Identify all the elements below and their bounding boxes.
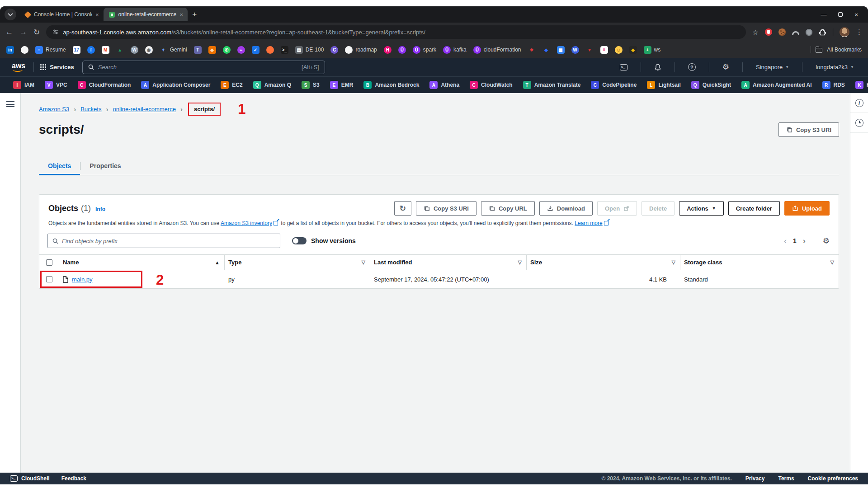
browser-tab-bucket[interactable]: online-retail-ecommerce ×: [104, 8, 188, 21]
favorite-service-item[interactable]: T Amazon Translate: [523, 81, 581, 89]
bookmark-item[interactable]: W: [571, 46, 579, 54]
adblock-extension-icon[interactable]: [765, 28, 772, 36]
row-checkbox[interactable]: [46, 276, 52, 282]
bookmark-item[interactable]: C: [330, 46, 338, 54]
copy-s3-uri-button[interactable]: Copy S3 URI: [416, 201, 476, 216]
cookie-extension-icon[interactable]: [778, 28, 786, 36]
favorite-service-item[interactable]: B Amazon Bedrock: [363, 81, 419, 89]
bookmark-item[interactable]: Û spark: [413, 46, 436, 54]
favorite-service-item[interactable]: A Amazon Augmented AI: [741, 81, 811, 89]
breadcrumb-link[interactable]: Amazon S3: [39, 106, 69, 113]
favorite-service-item[interactable]: A Application Composer: [141, 81, 210, 89]
find-objects-searchbox[interactable]: [47, 234, 280, 248]
bookmark-item[interactable]: ✦ Gemini: [160, 46, 187, 54]
bookmark-item[interactable]: in: [6, 46, 14, 54]
download-button[interactable]: Download: [539, 201, 593, 216]
feedback-link[interactable]: Feedback: [61, 475, 86, 482]
filter-icon[interactable]: ▽: [672, 259, 675, 265]
bookmark-item[interactable]: ⌗: [600, 46, 608, 54]
tab-search-button[interactable]: [5, 9, 16, 20]
column-header-type[interactable]: Type▽: [225, 255, 370, 270]
cloudshell-button[interactable]: >_: [613, 64, 634, 70]
previous-page-icon[interactable]: ‹: [784, 236, 787, 246]
settings-button[interactable]: ⚙: [716, 62, 736, 72]
favorite-service-item[interactable]: L Lightsail: [647, 81, 680, 89]
bookmark-item[interactable]: Û cloudFormation: [473, 46, 521, 54]
bookmark-item[interactable]: T: [194, 46, 202, 54]
bookmark-item[interactable]: ▤ DE-100: [295, 46, 324, 54]
aws-search-input[interactable]: [98, 64, 297, 70]
object-name-link[interactable]: main.py: [72, 276, 93, 283]
filter-icon[interactable]: ▽: [518, 259, 522, 265]
bookmark-item[interactable]: ◉: [145, 46, 153, 54]
new-tab-button[interactable]: +: [192, 10, 197, 19]
browser-tab-console-home[interactable]: Console Home | Console ×: [20, 8, 104, 21]
info-link[interactable]: Info: [95, 206, 105, 212]
minimize-icon[interactable]: —: [821, 11, 826, 18]
notifications-button[interactable]: [647, 64, 668, 71]
bookmark-item[interactable]: 17: [73, 46, 80, 54]
forward-icon[interactable]: →: [19, 28, 27, 37]
bookmark-item[interactable]: ◈: [629, 46, 637, 54]
aws-logo[interactable]: aws: [7, 62, 27, 73]
favorite-service-item[interactable]: K Kinesis: [855, 81, 868, 89]
tab-objects[interactable]: Objects: [39, 162, 80, 175]
address-bar[interactable]: ap-southeast-1.console.aws.amazon.com/s3…: [46, 25, 745, 39]
filter-icon[interactable]: ▽: [362, 259, 365, 265]
site-settings-icon[interactable]: [52, 29, 59, 35]
bookmark-item[interactable]: ▦: [557, 46, 565, 54]
close-window-icon[interactable]: ×: [854, 11, 858, 18]
bookmark-item[interactable]: ◆: [542, 46, 550, 54]
favorite-service-item[interactable]: S S3: [302, 81, 320, 89]
profile-avatar[interactable]: [840, 27, 849, 37]
bookmark-item[interactable]: >_: [281, 46, 288, 54]
arc-extension-icon[interactable]: [792, 31, 799, 35]
sort-ascending-icon[interactable]: ▲: [215, 260, 220, 265]
reload-icon[interactable]: ↻: [33, 28, 40, 37]
terms-link[interactable]: Terms: [778, 475, 794, 482]
region-selector[interactable]: Singapore▼: [749, 64, 796, 70]
filter-icon[interactable]: ▽: [830, 259, 834, 265]
favorite-service-item[interactable]: E EMR: [330, 81, 354, 89]
bookmark-item[interactable]: [21, 46, 28, 54]
help-button[interactable]: ?: [681, 63, 703, 71]
preferences-gear-icon[interactable]: ⚙: [823, 236, 830, 246]
find-objects-input[interactable]: [62, 238, 275, 244]
help-panel-cell[interactable]: i: [850, 93, 868, 113]
current-page[interactable]: 1: [793, 237, 797, 244]
favorite-service-item[interactable]: Q Amazon Q: [253, 81, 291, 89]
bookmark-item[interactable]: ✓: [252, 46, 259, 54]
bookmark-item[interactable]: ✆: [223, 46, 231, 54]
delete-button[interactable]: Delete: [642, 201, 675, 216]
extensions-puzzle-icon[interactable]: [819, 28, 826, 36]
bookmark-item[interactable]: roadmap: [345, 46, 377, 54]
refresh-button[interactable]: ↻: [394, 201, 411, 216]
column-header-size[interactable]: Size▽: [527, 255, 680, 270]
privacy-link[interactable]: Privacy: [745, 475, 765, 482]
copy-url-button[interactable]: Copy URL: [481, 201, 535, 216]
bookmark-item[interactable]: Û: [398, 46, 406, 54]
favorite-service-item[interactable]: E EC2: [221, 81, 242, 89]
copy-s3-uri-top-button[interactable]: Copy S3 URI: [778, 122, 839, 137]
cookie-preferences-link[interactable]: Cookie preferences: [808, 475, 858, 482]
bookmark-item[interactable]: ▲: [116, 46, 124, 54]
upload-button[interactable]: Upload: [784, 201, 830, 216]
column-header-name[interactable]: Name▲: [59, 255, 225, 270]
favorite-service-item[interactable]: I IAM: [13, 81, 34, 89]
favorite-service-item[interactable]: C CloudFormation: [78, 81, 131, 89]
tab-properties[interactable]: Properties: [80, 162, 130, 175]
favorite-service-item[interactable]: C CloudWatch: [470, 81, 513, 89]
breadcrumb-link[interactable]: online-retail-ecommerce: [113, 106, 175, 113]
actions-dropdown-button[interactable]: Actions▼: [679, 201, 724, 216]
hamburger-menu-icon[interactable]: [6, 101, 14, 107]
bookmark-item[interactable]: ❖: [528, 46, 536, 54]
select-all-checkbox[interactable]: [46, 259, 52, 266]
learn-more-link[interactable]: Learn more: [575, 220, 602, 226]
bookmark-item[interactable]: H: [384, 46, 392, 54]
bookmark-item[interactable]: ⌁: [237, 46, 245, 54]
bookmark-star-icon[interactable]: ☆: [752, 28, 759, 37]
close-tab-icon[interactable]: ×: [180, 11, 184, 18]
column-header-storage-class[interactable]: Storage class▽: [680, 255, 839, 270]
close-tab-icon[interactable]: ×: [95, 11, 99, 18]
bookmark-item[interactable]: W: [131, 46, 138, 54]
